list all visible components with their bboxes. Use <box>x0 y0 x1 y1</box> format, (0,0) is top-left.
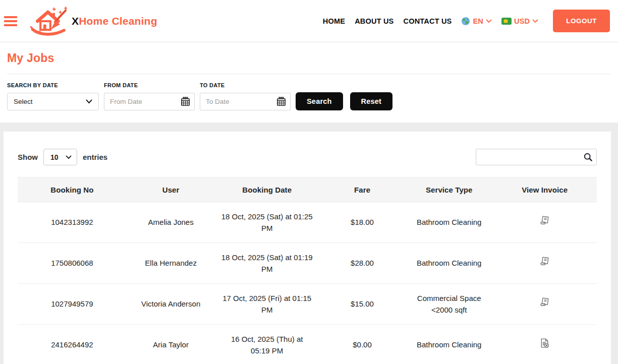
calendar-icon[interactable] <box>276 96 287 109</box>
language-label: EN <box>473 17 483 25</box>
my-jobs-section: My Jobs SEARCH BY DATE Select FROM DATE <box>0 42 618 123</box>
table-row: 1042313992 Amelia Jones 18 Oct, 2025 (Sa… <box>18 202 597 243</box>
booking-no-cell: 2416264492 <box>18 325 127 364</box>
col-view-invoice: View Invoice <box>492 177 597 202</box>
nav-about-us[interactable]: ABOUT US <box>355 17 394 25</box>
top-header: XHome Cleaning HOME ABOUT US CONTACT US … <box>0 0 618 42</box>
user-cell: Ella Hernandez <box>127 243 215 284</box>
chevron-down-icon <box>86 99 92 104</box>
search-by-date-label: SEARCH BY DATE <box>7 82 99 88</box>
booking-date-cell: 18 Oct, 2025 (Sat) at 01:19 PM <box>215 243 318 284</box>
search-by-date-select[interactable]: Select <box>7 93 99 110</box>
user-cell: Victoria Anderson <box>127 284 215 325</box>
booking-date-cell: 16 Oct, 2025 (Thu) at 05:19 PM <box>215 325 318 364</box>
service-type-cell: Bathroom Cleaning <box>406 325 492 364</box>
col-booking-date: Booking Date <box>215 177 318 202</box>
booking-no-cell: 1027949579 <box>18 284 127 325</box>
entries-label: entries <box>83 153 107 161</box>
logout-button[interactable]: LOGOUT <box>553 10 610 32</box>
booking-date-cell: 17 Oct, 2025 (Fri) at 01:15 PM <box>215 284 318 325</box>
page-size-select[interactable]: 10 <box>43 149 77 165</box>
view-invoice-button[interactable] <box>539 296 550 309</box>
col-fare: Fare <box>319 177 406 202</box>
user-cell: Aria Taylor <box>127 325 215 364</box>
invoice-cancelled-icon <box>539 337 550 349</box>
brand-name: XHome Cleaning <box>72 15 157 27</box>
user-cell: Amelia Jones <box>127 202 215 243</box>
nav-home[interactable]: HOME <box>323 17 345 25</box>
fare-cell: $28.00 <box>319 243 406 284</box>
from-date-label: FROM DATE <box>104 82 195 88</box>
fare-cell: $15.00 <box>319 284 406 325</box>
brand-logo[interactable]: XHome Cleaning <box>29 6 157 36</box>
col-user: User <box>127 177 215 202</box>
col-booking-no: Booking No <box>18 177 127 202</box>
service-type-cell: Commercial Space <2000 sqft <box>406 284 492 325</box>
booking-date-cell: 18 Oct, 2025 (Sat) at 01:25 PM <box>215 202 318 243</box>
fare-cell: $0.00 <box>319 325 406 364</box>
currency-flag-icon <box>501 18 512 25</box>
booking-no-cell: 1042313992 <box>18 202 127 243</box>
booking-no-cell: 1750806068 <box>18 243 127 284</box>
page-size-value: 10 <box>50 153 59 161</box>
jobs-table: Booking No User Booking Date Fare Servic… <box>18 177 597 364</box>
table-row: 2416264492 Aria Taylor 16 Oct, 2025 (Thu… <box>18 325 597 364</box>
search-button[interactable]: Search <box>296 92 343 110</box>
table-header-row: Booking No User Booking Date Fare Servic… <box>18 177 597 202</box>
fare-cell: $18.00 <box>319 202 406 243</box>
view-invoice-button[interactable] <box>539 337 550 349</box>
page-title: My Jobs <box>7 51 611 65</box>
chevron-down-icon <box>532 19 538 23</box>
home-cleaning-logo-icon <box>29 6 71 36</box>
language-dropdown[interactable]: EN <box>461 17 492 26</box>
jobs-table-card: Show 10 entries Booking No <box>4 132 611 364</box>
receipt-invoice-icon <box>539 215 550 227</box>
main-nav: HOME ABOUT US CONTACT US EN <box>323 10 610 32</box>
col-service-type: Service Type <box>406 177 492 202</box>
currency-dropdown[interactable]: USD <box>501 17 538 25</box>
calendar-icon[interactable] <box>180 96 191 109</box>
to-date-label: TO DATE <box>200 82 291 88</box>
search-by-date-value: Select <box>14 98 33 105</box>
show-label: Show <box>18 153 38 161</box>
view-invoice-button[interactable] <box>539 256 550 268</box>
table-row: 1750806068 Ella Hernandez 18 Oct, 2025 (… <box>18 243 597 284</box>
view-invoice-button[interactable] <box>539 215 550 227</box>
table-search-input[interactable] <box>476 149 597 165</box>
currency-label: USD <box>514 17 530 25</box>
receipt-invoice-icon <box>539 256 550 268</box>
reset-button[interactable]: Reset <box>350 92 393 110</box>
search-icon[interactable] <box>583 152 593 164</box>
filter-bar: SEARCH BY DATE Select FROM DATE <box>7 82 611 110</box>
title-divider <box>7 74 611 74</box>
receipt-invoice-icon <box>539 296 550 309</box>
chevron-down-icon <box>66 155 72 159</box>
hamburger-menu-icon[interactable] <box>4 16 17 26</box>
service-type-cell: Bathroom Cleaning <box>406 243 492 284</box>
globe-icon <box>461 17 470 26</box>
nav-contact-us[interactable]: CONTACT US <box>404 17 452 25</box>
chevron-down-icon <box>486 19 492 23</box>
service-type-cell: Bathroom Cleaning <box>406 202 492 243</box>
table-row: 1027949579 Victoria Anderson 17 Oct, 202… <box>18 284 597 325</box>
